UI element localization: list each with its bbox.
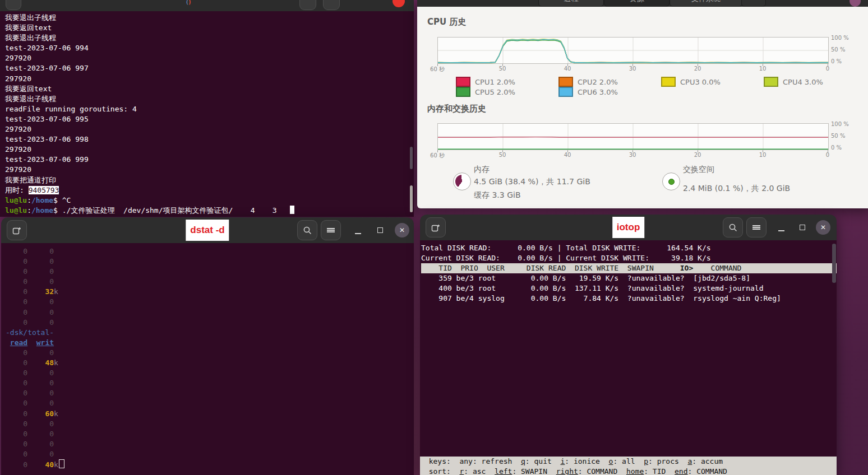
memory-label: 内存 <box>474 165 490 175</box>
iotop-process-row: 907 be/4 syslog 0.00 B/s 7.84 K/s ?unava… <box>421 294 837 304</box>
legend-label: CPU4 3.0% <box>783 78 823 86</box>
memory-value: 4.5 GiB (38.4 %)，共 11.7 GiB <box>474 177 590 187</box>
dstat-line: 0 48k <box>6 358 414 368</box>
window-title: iotop <box>612 217 645 238</box>
dstat-line: 0 0 <box>6 297 414 307</box>
tab-文件系统[interactable]: 文件系统 <box>670 0 742 7</box>
iotop-process-row: 400 be/3 root 0.00 B/s 137.11 K/s ?unava… <box>421 283 837 294</box>
swap-dot-icon <box>662 173 680 190</box>
search-button[interactable] <box>723 217 743 238</box>
minimize-button[interactable] <box>348 220 368 240</box>
terminal-line: 我要把通道打印 <box>5 175 414 185</box>
iotop-summary-line: Total DISK READ: 0.00 B/s | Total DISK W… <box>421 243 837 253</box>
dstat-line: 0 0 <box>6 378 414 388</box>
new-tab-button[interactable] <box>6 0 21 10</box>
dstat-line: 0 40k <box>6 459 414 469</box>
y-tick-label: 0 % <box>831 58 842 64</box>
x-tick-label: 50 <box>499 152 506 158</box>
legend-label: CPU5 2.0% <box>475 88 515 96</box>
dstat-output[interactable]: 0 0 0 0 0 0 0 0 0 32k 0 0 0 0 0 0-dsk/to… <box>1 243 414 475</box>
legend-item-CPU1: CPU1 2.0% <box>456 77 558 87</box>
menu-button[interactable] <box>321 220 341 240</box>
terminal-line: test-2023-07-06 998 <box>5 134 414 145</box>
dstat-headerbar: dstat -d ✕ <box>1 217 414 243</box>
terminal-top-headerbar: () <box>0 0 414 11</box>
iotop-output[interactable]: Total DISK READ: 0.00 B/s | Total DISK W… <box>420 240 837 475</box>
scrollbar-thumb[interactable] <box>410 185 413 212</box>
terminal-line: lu@lu:/home$ ^C <box>5 195 414 206</box>
terminal-window-top-left: () 我要退出子线程我要返回text我要退出子线程test-2023-07-06… <box>0 0 414 215</box>
system-monitor-window: 进程资源文件系统 CPU 历史 60 秒50403020100 100 %50 … <box>417 0 868 208</box>
hamburger-icon <box>752 224 760 231</box>
memory-pie-icon <box>453 173 471 190</box>
close-button[interactable]: ✕ <box>395 223 409 238</box>
tab-进程[interactable]: 进程 <box>538 0 604 7</box>
dstat-line: 0 0 <box>6 308 414 318</box>
legend-color-swatch <box>558 87 573 97</box>
memory-history-chart <box>437 123 829 150</box>
terminal-line: 我要退出子线程 <box>5 94 414 104</box>
terminal-line: 297920 <box>5 124 414 134</box>
dstat-line: 0 0 <box>6 348 414 358</box>
new-tab-button[interactable] <box>426 217 446 238</box>
close-button[interactable] <box>849 0 861 7</box>
close-button[interactable] <box>393 0 405 7</box>
y-tick-label: 100 % <box>831 121 849 127</box>
cpu-x-axis: 60 秒50403020100 <box>437 64 828 73</box>
x-tick-label: 10 <box>759 152 767 158</box>
menu-button[interactable] <box>746 217 767 238</box>
scrollbar-thumb[interactable] <box>832 244 836 283</box>
search-button[interactable] <box>299 0 316 10</box>
scrollbar-thumb-faint[interactable] <box>410 147 413 169</box>
terminal-line: 我要返回text <box>5 23 414 33</box>
y-tick-label: 50 % <box>831 133 845 139</box>
legend-color-swatch <box>456 77 470 87</box>
terminal-top-output[interactable]: 我要退出子线程我要返回text我要退出子线程test-2023-07-06 99… <box>0 11 414 217</box>
menu-button[interactable] <box>323 0 340 10</box>
maximize-button[interactable] <box>792 217 812 238</box>
iotop-footer-line: keys: any: refresh q: quit i: ionice o: … <box>420 457 837 467</box>
window-title-remnant: () <box>186 0 191 5</box>
search-button[interactable] <box>297 220 317 240</box>
maximize-button[interactable] <box>370 220 390 240</box>
iotop-summary-line: Current DISK READ: 0.00 B/s | Current DI… <box>421 253 837 263</box>
memory-x-axis: 60 秒50403020100 <box>437 150 828 159</box>
close-button[interactable]: ✕ <box>816 220 830 235</box>
new-tab-button[interactable] <box>7 220 27 240</box>
hamburger-icon <box>327 227 335 234</box>
terminal-line: readFile running goroutines: 4 <box>5 104 414 114</box>
y-tick-label: 0 % <box>831 145 842 151</box>
terminal-line: 297920 <box>5 145 414 155</box>
system-monitor-headerbar: 进程资源文件系统 <box>417 0 868 7</box>
terminal-line: test-2023-07-06 995 <box>5 114 414 124</box>
legend-label: CPU2 2.0% <box>578 78 618 86</box>
memory-cache-value: 缓存 3.3 GiB <box>474 190 521 201</box>
iotop-process-row: 359 be/3 root 0.00 B/s 19.59 K/s ?unavai… <box>421 273 837 283</box>
legend-label: CPU3 0.0% <box>680 78 721 86</box>
dstat-line: read writ <box>6 338 414 348</box>
terminal-line: test-2023-07-06 999 <box>5 155 414 165</box>
dstat-line: 0 0 <box>6 429 414 439</box>
x-tick-label: 0 <box>826 152 829 158</box>
x-tick-label: 30 <box>629 152 636 158</box>
iotop-header-row: TID PRIO USER DISK READ DISK WRITE SWAPI… <box>421 263 837 273</box>
dstat-terminal-window: dstat -d ✕ 0 0 0 0 0 0 0 0 0 32k 0 0 0 0… <box>1 217 414 475</box>
swap-value: 2.4 MiB (0.1 %)，共 2.0 GiB <box>683 184 790 194</box>
dstat-line: 0 0 <box>6 388 414 398</box>
dstat-line: 0 0 <box>6 368 414 378</box>
legend-color-swatch <box>764 77 778 87</box>
dstat-line: 0 0 <box>6 277 414 287</box>
terminal-line: 297920 <box>5 165 414 175</box>
terminal-line: lu@lu:/home$ ./文件验证处理 /dev/shm/项目架构文件验证包… <box>5 206 414 216</box>
minimize-button[interactable] <box>771 217 791 238</box>
cpu-legend: CPU1 2.0%CPU2 2.0%CPU3 0.0%CPU4 3.0%CPU5… <box>456 77 866 97</box>
terminal-cursor <box>290 206 294 214</box>
window-title: dstat -d <box>186 220 229 241</box>
tab-资源[interactable]: 资源 <box>604 0 670 7</box>
legend-item-CPU5: CPU5 2.0% <box>456 87 558 97</box>
legend-item-CPU3: CPU3 0.0% <box>661 77 764 87</box>
y-tick-label: 100 % <box>831 35 849 41</box>
dstat-line: 0 0 <box>6 257 414 267</box>
header-extra-button[interactable] <box>741 0 766 7</box>
terminal-line: test-2023-07-06 994 <box>5 43 414 53</box>
